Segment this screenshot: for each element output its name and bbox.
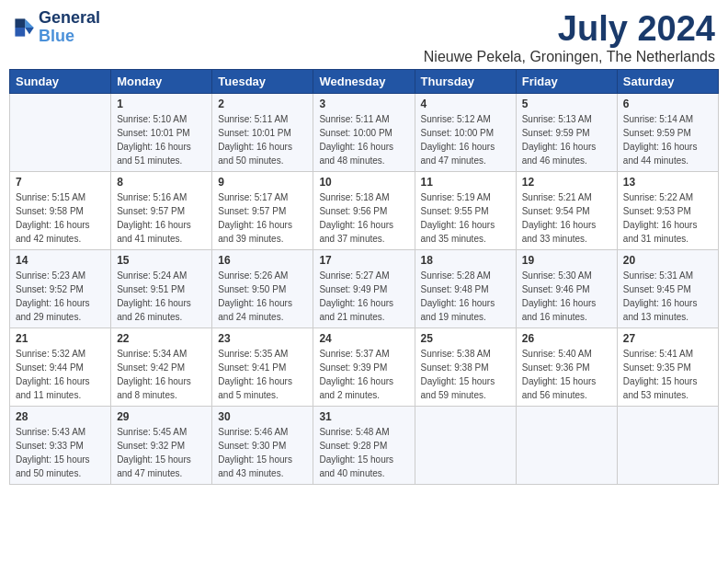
calendar-cell: 8Sunrise: 5:16 AM Sunset: 9:57 PM Daylig… bbox=[111, 172, 212, 250]
day-info: Sunrise: 5:48 AM Sunset: 9:28 PM Dayligh… bbox=[319, 425, 408, 480]
calendar-cell: 4Sunrise: 5:12 AM Sunset: 10:00 PM Dayli… bbox=[415, 94, 516, 172]
calendar-cell: 2Sunrise: 5:11 AM Sunset: 10:01 PM Dayli… bbox=[212, 94, 313, 172]
location-title: Nieuwe Pekela, Groningen, The Netherland… bbox=[424, 49, 715, 65]
day-info: Sunrise: 5:28 AM Sunset: 9:48 PM Dayligh… bbox=[421, 269, 510, 324]
day-info: Sunrise: 5:18 AM Sunset: 9:56 PM Dayligh… bbox=[319, 190, 408, 246]
day-info: Sunrise: 5:21 AM Sunset: 9:54 PM Dayligh… bbox=[522, 190, 611, 246]
day-info: Sunrise: 5:12 AM Sunset: 10:00 PM Daylig… bbox=[421, 112, 510, 167]
svg-marker-1 bbox=[25, 28, 34, 34]
day-number: 9 bbox=[218, 176, 307, 189]
logo-icon bbox=[13, 17, 35, 39]
day-info: Sunrise: 5:24 AM Sunset: 9:51 PM Dayligh… bbox=[117, 269, 206, 324]
day-info: Sunrise: 5:19 AM Sunset: 9:55 PM Dayligh… bbox=[421, 190, 510, 246]
day-number: 21 bbox=[16, 332, 105, 345]
calendar-cell: 24Sunrise: 5:37 AM Sunset: 9:39 PM Dayli… bbox=[313, 328, 415, 407]
calendar-cell: 5Sunrise: 5:13 AM Sunset: 9:59 PM Daylig… bbox=[516, 94, 617, 172]
day-number: 13 bbox=[623, 176, 712, 189]
calendar-cell bbox=[415, 407, 516, 485]
day-number: 30 bbox=[218, 410, 307, 423]
calendar-cell: 6Sunrise: 5:14 AM Sunset: 9:59 PM Daylig… bbox=[617, 94, 718, 172]
day-info: Sunrise: 5:27 AM Sunset: 9:49 PM Dayligh… bbox=[319, 269, 408, 324]
day-info: Sunrise: 5:16 AM Sunset: 9:57 PM Dayligh… bbox=[117, 190, 206, 246]
svg-marker-0 bbox=[25, 18, 34, 28]
day-info: Sunrise: 5:31 AM Sunset: 9:45 PM Dayligh… bbox=[623, 269, 712, 324]
col-header-saturday: Saturday bbox=[617, 70, 718, 94]
calendar-cell: 25Sunrise: 5:38 AM Sunset: 9:38 PM Dayli… bbox=[415, 328, 516, 407]
day-info: Sunrise: 5:11 AM Sunset: 10:01 PM Daylig… bbox=[218, 112, 307, 167]
calendar-cell: 19Sunrise: 5:30 AM Sunset: 9:46 PM Dayli… bbox=[516, 250, 617, 328]
svg-rect-3 bbox=[15, 28, 25, 37]
day-info: Sunrise: 5:38 AM Sunset: 9:38 PM Dayligh… bbox=[421, 347, 510, 402]
calendar-cell: 31Sunrise: 5:48 AM Sunset: 9:28 PM Dayli… bbox=[313, 407, 415, 485]
calendar-week-row: 28Sunrise: 5:43 AM Sunset: 9:33 PM Dayli… bbox=[10, 407, 719, 485]
day-info: Sunrise: 5:23 AM Sunset: 9:52 PM Dayligh… bbox=[16, 269, 105, 324]
col-header-thursday: Thursday bbox=[415, 70, 516, 94]
calendar-cell: 21Sunrise: 5:32 AM Sunset: 9:44 PM Dayli… bbox=[10, 328, 111, 407]
day-number: 29 bbox=[117, 410, 206, 423]
calendar-cell: 12Sunrise: 5:21 AM Sunset: 9:54 PM Dayli… bbox=[516, 172, 617, 250]
day-number: 23 bbox=[218, 332, 307, 345]
day-info: Sunrise: 5:37 AM Sunset: 9:39 PM Dayligh… bbox=[319, 347, 408, 402]
day-info: Sunrise: 5:41 AM Sunset: 9:35 PM Dayligh… bbox=[623, 347, 712, 402]
day-info: Sunrise: 5:32 AM Sunset: 9:44 PM Dayligh… bbox=[16, 347, 105, 402]
day-info: Sunrise: 5:40 AM Sunset: 9:36 PM Dayligh… bbox=[522, 347, 611, 402]
day-number: 6 bbox=[623, 98, 712, 110]
month-title: July 2024 bbox=[424, 9, 715, 49]
day-number: 15 bbox=[117, 254, 206, 267]
calendar-cell: 10Sunrise: 5:18 AM Sunset: 9:56 PM Dayli… bbox=[313, 172, 415, 250]
day-info: Sunrise: 5:45 AM Sunset: 9:32 PM Dayligh… bbox=[117, 425, 206, 480]
day-info: Sunrise: 5:22 AM Sunset: 9:53 PM Dayligh… bbox=[623, 190, 712, 246]
day-number: 7 bbox=[16, 176, 105, 189]
day-number: 11 bbox=[421, 176, 510, 189]
day-info: Sunrise: 5:43 AM Sunset: 9:33 PM Dayligh… bbox=[16, 425, 105, 480]
calendar-cell: 15Sunrise: 5:24 AM Sunset: 9:51 PM Dayli… bbox=[111, 250, 212, 328]
day-number: 20 bbox=[623, 254, 712, 267]
day-number: 1 bbox=[117, 98, 206, 110]
calendar-cell: 7Sunrise: 5:15 AM Sunset: 9:58 PM Daylig… bbox=[10, 172, 111, 250]
title-block: July 2024 Nieuwe Pekela, Groningen, The … bbox=[424, 9, 715, 65]
calendar-cell: 1Sunrise: 5:10 AM Sunset: 10:01 PM Dayli… bbox=[111, 94, 212, 172]
calendar-cell: 16Sunrise: 5:26 AM Sunset: 9:50 PM Dayli… bbox=[212, 250, 313, 328]
calendar-week-row: 1Sunrise: 5:10 AM Sunset: 10:01 PM Dayli… bbox=[10, 94, 719, 172]
day-info: Sunrise: 5:15 AM Sunset: 9:58 PM Dayligh… bbox=[16, 190, 105, 246]
calendar-cell: 17Sunrise: 5:27 AM Sunset: 9:49 PM Dayli… bbox=[313, 250, 415, 328]
col-header-sunday: Sunday bbox=[10, 70, 111, 94]
col-header-friday: Friday bbox=[516, 70, 617, 94]
day-number: 22 bbox=[117, 332, 206, 345]
day-info: Sunrise: 5:34 AM Sunset: 9:42 PM Dayligh… bbox=[117, 347, 206, 402]
day-number: 19 bbox=[522, 254, 611, 267]
svg-rect-2 bbox=[15, 18, 25, 28]
calendar-cell bbox=[516, 407, 617, 485]
calendar-cell: 14Sunrise: 5:23 AM Sunset: 9:52 PM Dayli… bbox=[10, 250, 111, 328]
day-number: 8 bbox=[117, 176, 206, 189]
calendar-table: SundayMondayTuesdayWednesdayThursdayFrid… bbox=[9, 69, 719, 485]
calendar-cell: 9Sunrise: 5:17 AM Sunset: 9:57 PM Daylig… bbox=[212, 172, 313, 250]
day-number: 14 bbox=[16, 254, 105, 267]
day-info: Sunrise: 5:46 AM Sunset: 9:30 PM Dayligh… bbox=[218, 425, 307, 480]
calendar-cell: 23Sunrise: 5:35 AM Sunset: 9:41 PM Dayli… bbox=[212, 328, 313, 407]
day-number: 18 bbox=[421, 254, 510, 267]
logo: General Blue bbox=[13, 9, 100, 46]
col-header-wednesday: Wednesday bbox=[313, 70, 415, 94]
calendar-week-row: 21Sunrise: 5:32 AM Sunset: 9:44 PM Dayli… bbox=[10, 328, 719, 407]
day-number: 3 bbox=[319, 98, 408, 110]
calendar-cell: 28Sunrise: 5:43 AM Sunset: 9:33 PM Dayli… bbox=[10, 407, 111, 485]
calendar-cell bbox=[617, 407, 718, 485]
calendar-cell: 26Sunrise: 5:40 AM Sunset: 9:36 PM Dayli… bbox=[516, 328, 617, 407]
calendar-cell: 20Sunrise: 5:31 AM Sunset: 9:45 PM Dayli… bbox=[617, 250, 718, 328]
day-number: 10 bbox=[319, 176, 408, 189]
calendar-cell: 22Sunrise: 5:34 AM Sunset: 9:42 PM Dayli… bbox=[111, 328, 212, 407]
day-number: 12 bbox=[522, 176, 611, 189]
calendar-cell: 13Sunrise: 5:22 AM Sunset: 9:53 PM Dayli… bbox=[617, 172, 718, 250]
day-number: 4 bbox=[421, 98, 510, 110]
day-info: Sunrise: 5:14 AM Sunset: 9:59 PM Dayligh… bbox=[623, 112, 712, 167]
day-number: 27 bbox=[623, 332, 712, 345]
day-number: 16 bbox=[218, 254, 307, 267]
calendar-week-row: 14Sunrise: 5:23 AM Sunset: 9:52 PM Dayli… bbox=[10, 250, 719, 328]
day-info: Sunrise: 5:10 AM Sunset: 10:01 PM Daylig… bbox=[117, 112, 206, 167]
calendar-cell: 27Sunrise: 5:41 AM Sunset: 9:35 PM Dayli… bbox=[617, 328, 718, 407]
calendar-week-row: 7Sunrise: 5:15 AM Sunset: 9:58 PM Daylig… bbox=[10, 172, 719, 250]
page-header: General Blue July 2024 Nieuwe Pekela, Gr… bbox=[9, 9, 719, 65]
day-number: 28 bbox=[16, 410, 105, 423]
calendar-cell: 3Sunrise: 5:11 AM Sunset: 10:00 PM Dayli… bbox=[313, 94, 415, 172]
